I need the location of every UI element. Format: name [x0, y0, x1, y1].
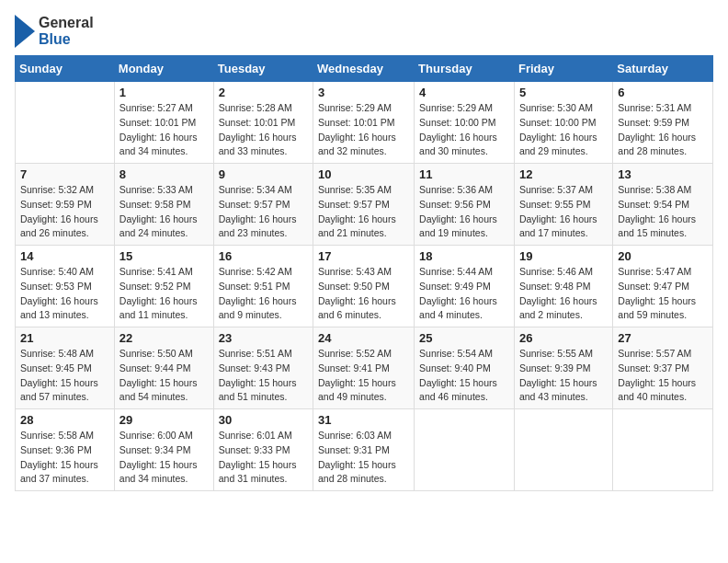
day-cell: 24Sunrise: 5:52 AM Sunset: 9:41 PM Dayli…	[313, 327, 415, 409]
day-cell: 31Sunrise: 6:03 AM Sunset: 9:31 PM Dayli…	[313, 409, 415, 491]
logo-arrow-icon	[15, 15, 35, 48]
day-info: Sunrise: 6:01 AM Sunset: 9:33 PM Dayligh…	[219, 429, 308, 487]
day-number: 11	[419, 167, 509, 181]
day-number: 25	[419, 331, 509, 345]
day-cell: 28Sunrise: 5:58 AM Sunset: 9:36 PM Dayli…	[16, 409, 115, 491]
weekday-header-row: SundayMondayTuesdayWednesdayThursdayFrid…	[16, 56, 713, 82]
day-cell: 19Sunrise: 5:46 AM Sunset: 9:48 PM Dayli…	[514, 246, 612, 327]
day-info: Sunrise: 5:40 AM Sunset: 9:53 PM Dayligh…	[20, 265, 109, 323]
day-cell: 17Sunrise: 5:43 AM Sunset: 9:50 PM Dayli…	[313, 246, 415, 327]
day-cell: 9Sunrise: 5:34 AM Sunset: 9:57 PM Daylig…	[213, 164, 313, 246]
day-cell	[514, 409, 612, 491]
day-info: Sunrise: 5:47 AM Sunset: 9:47 PM Dayligh…	[618, 265, 708, 323]
day-cell: 11Sunrise: 5:36 AM Sunset: 9:56 PM Dayli…	[415, 164, 515, 246]
day-number: 29	[119, 413, 209, 427]
weekday-header-sunday: Sunday	[16, 56, 115, 82]
day-info: Sunrise: 5:29 AM Sunset: 10:01 PM Daylig…	[318, 101, 409, 159]
day-info: Sunrise: 5:36 AM Sunset: 9:56 PM Dayligh…	[419, 183, 509, 241]
day-info: Sunrise: 5:30 AM Sunset: 10:00 PM Daylig…	[519, 101, 608, 159]
day-number: 26	[519, 331, 608, 345]
day-info: Sunrise: 5:27 AM Sunset: 10:01 PM Daylig…	[119, 101, 209, 159]
day-info: Sunrise: 5:33 AM Sunset: 9:58 PM Dayligh…	[119, 183, 209, 241]
week-row-5: 28Sunrise: 5:58 AM Sunset: 9:36 PM Dayli…	[16, 409, 713, 491]
day-cell: 25Sunrise: 5:54 AM Sunset: 9:40 PM Dayli…	[415, 327, 515, 409]
day-info: Sunrise: 5:52 AM Sunset: 9:41 PM Dayligh…	[318, 347, 409, 405]
day-info: Sunrise: 5:43 AM Sunset: 9:50 PM Dayligh…	[318, 265, 409, 323]
day-info: Sunrise: 5:44 AM Sunset: 9:49 PM Dayligh…	[419, 265, 509, 323]
day-number: 19	[519, 249, 608, 263]
day-cell	[613, 409, 713, 491]
day-cell: 23Sunrise: 5:51 AM Sunset: 9:43 PM Dayli…	[213, 327, 313, 409]
day-cell: 26Sunrise: 5:55 AM Sunset: 9:39 PM Dayli…	[514, 327, 612, 409]
weekday-header-friday: Friday	[514, 56, 612, 82]
day-number: 13	[618, 167, 708, 181]
header: GeneralBlue	[15, 15, 713, 48]
day-cell: 16Sunrise: 5:42 AM Sunset: 9:51 PM Dayli…	[213, 246, 313, 327]
day-number: 18	[419, 249, 509, 263]
day-info: Sunrise: 5:55 AM Sunset: 9:39 PM Dayligh…	[519, 347, 608, 405]
weekday-header-wednesday: Wednesday	[313, 56, 415, 82]
day-number: 24	[318, 331, 409, 345]
day-cell: 1Sunrise: 5:27 AM Sunset: 10:01 PM Dayli…	[114, 82, 213, 164]
day-info: Sunrise: 5:32 AM Sunset: 9:59 PM Dayligh…	[20, 183, 109, 241]
day-number: 27	[618, 331, 708, 345]
day-number: 31	[318, 413, 409, 427]
day-number: 2	[219, 86, 308, 99]
day-info: Sunrise: 5:29 AM Sunset: 10:00 PM Daylig…	[419, 101, 509, 159]
day-number: 6	[618, 86, 708, 99]
day-info: Sunrise: 5:35 AM Sunset: 9:57 PM Dayligh…	[318, 183, 409, 241]
logo: GeneralBlue	[15, 15, 94, 48]
day-number: 12	[519, 167, 608, 181]
day-number: 20	[618, 249, 708, 263]
day-cell: 3Sunrise: 5:29 AM Sunset: 10:01 PM Dayli…	[313, 82, 415, 164]
week-row-2: 7Sunrise: 5:32 AM Sunset: 9:59 PM Daylig…	[16, 164, 713, 246]
weekday-header-thursday: Thursday	[415, 56, 515, 82]
day-number: 16	[219, 249, 308, 263]
day-info: Sunrise: 6:03 AM Sunset: 9:31 PM Dayligh…	[318, 429, 409, 487]
day-info: Sunrise: 5:54 AM Sunset: 9:40 PM Dayligh…	[419, 347, 509, 405]
day-number: 10	[318, 167, 409, 181]
day-number: 14	[20, 249, 109, 263]
day-info: Sunrise: 5:34 AM Sunset: 9:57 PM Dayligh…	[219, 183, 308, 241]
day-cell: 13Sunrise: 5:38 AM Sunset: 9:54 PM Dayli…	[613, 164, 713, 246]
day-number: 21	[20, 331, 109, 345]
logo-general: General	[39, 15, 94, 31]
day-info: Sunrise: 5:37 AM Sunset: 9:55 PM Dayligh…	[519, 183, 608, 241]
day-info: Sunrise: 5:31 AM Sunset: 9:59 PM Dayligh…	[618, 101, 708, 159]
day-cell: 22Sunrise: 5:50 AM Sunset: 9:44 PM Dayli…	[114, 327, 213, 409]
calendar-table: SundayMondayTuesdayWednesdayThursdayFrid…	[15, 55, 713, 491]
logo-blue: Blue	[39, 31, 94, 48]
day-cell: 18Sunrise: 5:44 AM Sunset: 9:49 PM Dayli…	[415, 246, 515, 327]
day-cell	[16, 82, 115, 164]
day-number: 9	[219, 167, 308, 181]
day-info: Sunrise: 5:57 AM Sunset: 9:37 PM Dayligh…	[618, 347, 708, 405]
week-row-4: 21Sunrise: 5:48 AM Sunset: 9:45 PM Dayli…	[16, 327, 713, 409]
day-number: 17	[318, 249, 409, 263]
day-info: Sunrise: 5:42 AM Sunset: 9:51 PM Dayligh…	[219, 265, 308, 323]
svg-marker-0	[15, 15, 35, 48]
day-number: 30	[219, 413, 308, 427]
day-info: Sunrise: 5:41 AM Sunset: 9:52 PM Dayligh…	[119, 265, 209, 323]
day-cell: 4Sunrise: 5:29 AM Sunset: 10:00 PM Dayli…	[415, 82, 515, 164]
day-cell: 8Sunrise: 5:33 AM Sunset: 9:58 PM Daylig…	[114, 164, 213, 246]
week-row-3: 14Sunrise: 5:40 AM Sunset: 9:53 PM Dayli…	[16, 246, 713, 327]
day-info: Sunrise: 5:28 AM Sunset: 10:01 PM Daylig…	[219, 101, 308, 159]
day-cell	[415, 409, 515, 491]
weekday-header-tuesday: Tuesday	[213, 56, 313, 82]
day-cell: 15Sunrise: 5:41 AM Sunset: 9:52 PM Dayli…	[114, 246, 213, 327]
day-number: 15	[119, 249, 209, 263]
day-number: 4	[419, 86, 509, 99]
day-cell: 14Sunrise: 5:40 AM Sunset: 9:53 PM Dayli…	[16, 246, 115, 327]
day-cell: 30Sunrise: 6:01 AM Sunset: 9:33 PM Dayli…	[213, 409, 313, 491]
day-cell: 21Sunrise: 5:48 AM Sunset: 9:45 PM Dayli…	[16, 327, 115, 409]
day-info: Sunrise: 5:38 AM Sunset: 9:54 PM Dayligh…	[618, 183, 708, 241]
day-cell: 2Sunrise: 5:28 AM Sunset: 10:01 PM Dayli…	[213, 82, 313, 164]
day-info: Sunrise: 5:48 AM Sunset: 9:45 PM Dayligh…	[20, 347, 109, 405]
day-cell: 5Sunrise: 5:30 AM Sunset: 10:00 PM Dayli…	[514, 82, 612, 164]
day-number: 3	[318, 86, 409, 99]
day-number: 7	[20, 167, 109, 181]
day-number: 23	[219, 331, 308, 345]
day-cell: 6Sunrise: 5:31 AM Sunset: 9:59 PM Daylig…	[613, 82, 713, 164]
day-info: Sunrise: 5:58 AM Sunset: 9:36 PM Dayligh…	[20, 429, 109, 487]
day-cell: 29Sunrise: 6:00 AM Sunset: 9:34 PM Dayli…	[114, 409, 213, 491]
